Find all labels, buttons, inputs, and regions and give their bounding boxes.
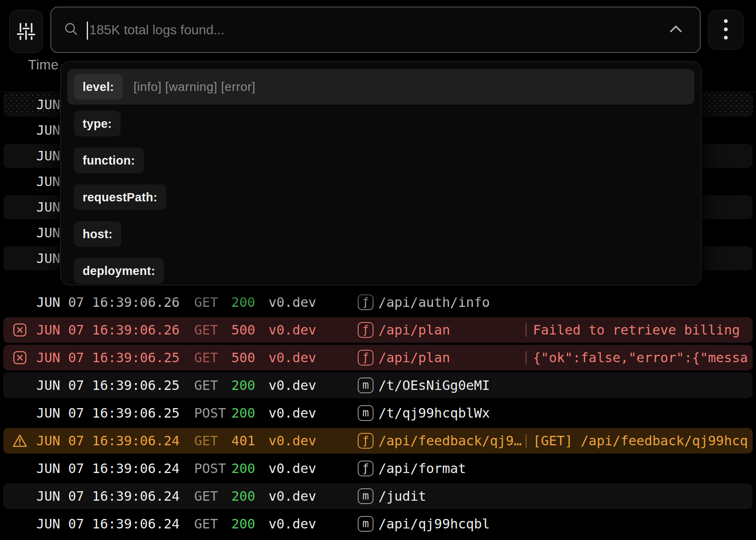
log-request-path: /judit — [378, 483, 426, 509]
source-glyph: m — [362, 407, 369, 418]
log-row[interactable]: JUN 07 16:39:06.24POST200v0.devƒ/api/for… — [3, 456, 753, 481]
filter-key-pill: host: — [74, 221, 121, 247]
log-status: 200 — [231, 483, 255, 509]
sliders-icon — [16, 21, 36, 43]
log-timestamp: JUN — [36, 246, 60, 270]
filter-suggestion-deployment[interactable]: deployment: — [67, 253, 694, 285]
log-timestamp: JUN 07 16:39:06.25 — [36, 345, 180, 370]
log-request-path: /api/qj99hcqbl — [378, 511, 490, 537]
chevron-up-icon — [668, 22, 684, 38]
logs-page: Time JUNJUNJUNJUNJUNJUNJUN JUN 07 16:39:… — [0, 0, 756, 540]
x-square-icon — [12, 323, 27, 337]
filter-key-pill: level: — [74, 74, 123, 100]
message-divider — [525, 323, 527, 337]
log-request-path: /t/OEsNiGg0eMI — [378, 373, 490, 398]
log-timestamp: JUN 07 16:39:06.25 — [36, 400, 180, 426]
log-method: GET — [194, 317, 218, 343]
log-message: [GET] /api/feedback/qj99hcq — [533, 428, 748, 454]
log-method: GET — [194, 289, 218, 315]
log-timestamp: JUN 07 16:39:06.24 — [36, 428, 180, 454]
function-icon: ƒ — [358, 294, 373, 310]
log-timestamp: JUN — [36, 93, 60, 117]
message-divider — [525, 351, 527, 365]
log-row[interactable]: JUN 07 16:39:06.26GET200v0.devƒ/api/auth… — [3, 289, 753, 315]
log-timestamp: JUN 07 16:39:06.24 — [36, 483, 180, 509]
log-host: v0.dev — [269, 289, 316, 315]
log-host: v0.dev — [269, 511, 316, 537]
log-row[interactable]: JUN 07 16:39:06.26GET500v0.devƒ/api/plan… — [3, 317, 753, 343]
log-method: GET — [194, 373, 218, 398]
log-host: v0.dev — [269, 456, 316, 481]
filter-suggestion-requestPath[interactable]: requestPath: — [67, 179, 694, 215]
log-timestamp: JUN — [36, 170, 60, 194]
filter-suggestion-level[interactable]: level:[info] [warning] [error] — [67, 69, 694, 105]
log-row[interactable]: JUN 07 16:39:06.24GET200v0.devm/judit — [3, 483, 753, 509]
log-status: 200 — [231, 400, 255, 426]
log-method: POST — [194, 400, 226, 426]
log-method: GET — [194, 483, 218, 509]
search-input[interactable] — [89, 7, 676, 52]
log-status: 401 — [231, 428, 255, 454]
log-method: POST — [194, 456, 226, 481]
column-header-time: Time — [28, 57, 59, 73]
log-timestamp: JUN — [36, 221, 60, 245]
filter-suggestion-host[interactable]: host: — [67, 216, 694, 252]
log-row[interactable]: JUN 07 16:39:06.24GET401v0.devƒ/api/feed… — [3, 428, 753, 454]
log-host: v0.dev — [269, 483, 316, 509]
log-request-path: /api/feedback/qj9… — [378, 428, 522, 454]
middleware-icon: m — [358, 405, 373, 421]
filter-button[interactable] — [9, 10, 43, 53]
text-caret — [87, 22, 88, 40]
log-request-path: /api/format — [378, 456, 466, 481]
source-glyph: ƒ — [362, 352, 369, 363]
log-host: v0.dev — [269, 317, 316, 343]
log-message: Failed to retrieve billing — [533, 317, 740, 343]
function-icon: ƒ — [358, 461, 373, 476]
log-host: v0.dev — [269, 373, 316, 398]
log-method: GET — [194, 345, 218, 370]
log-status: 500 — [231, 345, 255, 370]
warning-triangle-icon — [12, 433, 27, 448]
source-glyph: m — [362, 490, 369, 501]
log-row[interactable]: JUN 07 16:39:06.25GET200v0.devm/t/OEsNiG… — [3, 373, 753, 398]
log-row[interactable]: JUN 07 16:39:06.25GET500v0.devƒ/api/plan… — [3, 345, 753, 370]
log-method: GET — [194, 428, 218, 454]
filter-key-pill: requestPath: — [74, 184, 166, 210]
middleware-icon: m — [358, 516, 373, 532]
log-request-path: /t/qj99hcqblWx — [378, 400, 490, 426]
log-timestamp: JUN — [36, 118, 60, 142]
log-request-path: /api/auth/info — [378, 289, 490, 315]
source-glyph: ƒ — [362, 463, 369, 473]
filter-key-pill: type: — [74, 111, 121, 136]
source-glyph: ƒ — [362, 324, 369, 335]
filter-key-pill: deployment: — [74, 258, 164, 284]
log-timestamp: JUN 07 16:39:06.25 — [36, 373, 180, 398]
filter-key-pill: function: — [74, 148, 144, 173]
log-host: v0.dev — [269, 400, 316, 426]
function-icon: ƒ — [358, 433, 373, 449]
more-options-button[interactable] — [708, 10, 744, 50]
log-timestamp: JUN — [36, 195, 60, 219]
log-timestamp: JUN 07 16:39:06.26 — [36, 289, 180, 315]
log-message: {"ok":false,"error":{"messa — [533, 345, 748, 370]
x-square-icon — [12, 350, 27, 365]
log-row[interactable]: JUN 07 16:39:06.25POST200v0.devm/t/qj99h… — [3, 400, 753, 426]
function-icon: ƒ — [358, 322, 373, 338]
log-host: v0.dev — [269, 428, 316, 454]
search-suggestions-panel: level:[info] [warning] [error]type:funct… — [60, 61, 701, 285]
middleware-icon: m — [358, 488, 373, 504]
log-row[interactable]: JUN 07 16:39:06.24GET200v0.devm/api/qj99… — [3, 511, 753, 537]
log-timestamp: JUN — [36, 144, 60, 168]
source-glyph: m — [362, 380, 369, 390]
log-request-path: /api/plan — [378, 345, 450, 370]
log-timestamp: JUN 07 16:39:06.24 — [36, 511, 180, 537]
filter-suggestion-function[interactable]: function: — [67, 143, 694, 178]
filter-suggestion-type[interactable]: type: — [67, 106, 694, 141]
function-icon: ƒ — [358, 350, 373, 366]
kebab-menu-icon — [722, 17, 730, 43]
filter-hint: [info] [warning] [error] — [133, 80, 255, 94]
log-method: GET — [194, 511, 218, 537]
collapse-suggestions-button[interactable] — [667, 21, 685, 39]
search-box — [50, 7, 701, 53]
log-status: 200 — [231, 373, 255, 398]
